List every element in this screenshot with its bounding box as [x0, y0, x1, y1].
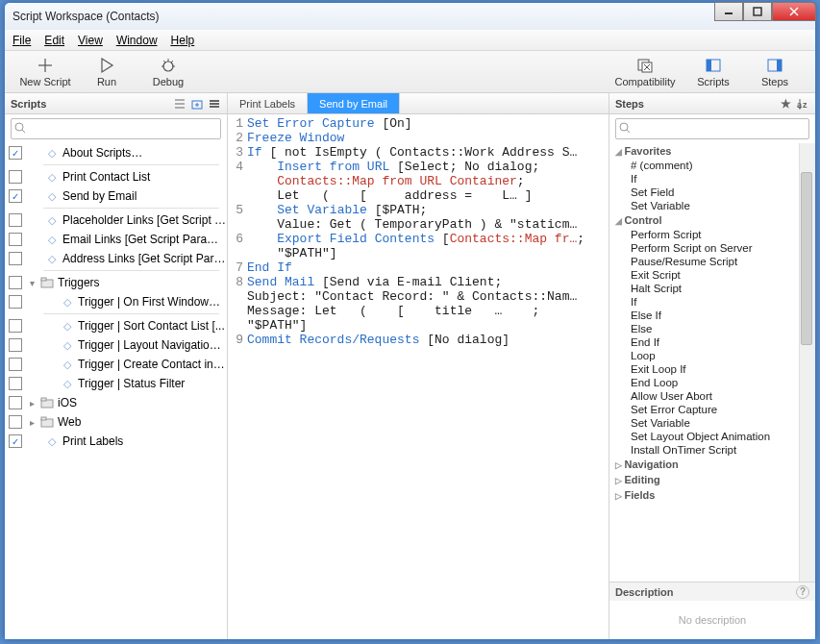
menu-file[interactable]: File	[12, 34, 31, 47]
step-item[interactable]: End Loop	[609, 376, 814, 389]
code-line[interactable]: Let ( [ address = L… ]	[247, 188, 609, 203]
checkbox[interactable]	[9, 319, 22, 333]
scrollbar-thumb[interactable]	[801, 172, 812, 345]
checkbox[interactable]	[9, 338, 22, 352]
script-item[interactable]: ◇Email Links [Get Script Paramet…	[5, 230, 227, 249]
favorite-icon[interactable]: ★	[779, 97, 792, 111]
run-button[interactable]: Run	[76, 57, 137, 87]
maximize-button[interactable]	[743, 2, 772, 21]
step-item[interactable]: # (comment)	[609, 159, 814, 172]
step-group-navigation[interactable]: Navigation	[609, 457, 814, 472]
step-item[interactable]: Perform Script	[609, 228, 814, 241]
minimize-button[interactable]	[714, 2, 743, 21]
script-item[interactable]: ◇Trigger | Status Filter	[5, 374, 227, 393]
menu-help[interactable]: Help	[171, 34, 195, 47]
checkbox[interactable]	[9, 213, 22, 227]
step-item[interactable]: End If	[609, 335, 814, 349]
code-line[interactable]: Value: Get ( TemporaryPath ) & "staticm…	[247, 217, 609, 232]
step-item[interactable]: Allow User Abort	[609, 389, 814, 403]
step-group-favorites[interactable]: Favorites	[609, 143, 814, 159]
code-line[interactable]: Insert from URL [Select; No dialog;	[247, 160, 609, 174]
step-item[interactable]: Set Error Capture	[609, 403, 814, 416]
code-line[interactable]: Export Field Contents [Contacts::Map fr……	[247, 232, 609, 246]
sort-icon[interactable]: az	[796, 97, 809, 111]
script-item[interactable]: ✓◇Print Labels	[5, 432, 227, 451]
new-script-button[interactable]: New Script	[14, 57, 76, 87]
compatibility-button[interactable]: Compatibility	[608, 57, 683, 87]
step-item[interactable]: Exit Loop If	[609, 362, 814, 376]
menu-icon[interactable]	[208, 97, 221, 111]
step-item[interactable]: Else	[609, 322, 814, 335]
disclosure-triangle-icon[interactable]	[30, 415, 37, 429]
step-item[interactable]: Set Field	[609, 186, 814, 199]
steps-search-input[interactable]	[615, 118, 809, 139]
step-item[interactable]: Perform Script on Server	[609, 241, 814, 255]
debug-button[interactable]: Debug	[137, 57, 199, 87]
folder-item[interactable]: Triggers	[5, 273, 227, 292]
list-view-icon[interactable]	[173, 97, 186, 111]
code-line[interactable]: Contacts::Map from URL Container;	[247, 174, 609, 188]
code-line[interactable]: Message: Let ( [ title … ;	[247, 304, 609, 318]
scripts-toggle[interactable]: Scripts	[683, 57, 744, 87]
menu-view[interactable]: View	[78, 34, 103, 47]
checkbox[interactable]: ✓	[9, 189, 22, 203]
checkbox[interactable]	[9, 233, 22, 246]
code-line[interactable]: If [ not IsEmpty ( Contacts::Work Addres…	[247, 145, 609, 160]
checkbox[interactable]	[9, 276, 22, 289]
code-line[interactable]: Subject: "Contact Record: " & Contacts::…	[247, 289, 609, 304]
close-button[interactable]	[772, 2, 816, 21]
code-line[interactable]: "$PATH"]	[247, 246, 609, 260]
disclosure-triangle-icon[interactable]	[30, 396, 37, 409]
checkbox[interactable]	[9, 415, 22, 429]
step-group-editing[interactable]: Editing	[609, 472, 814, 487]
script-item[interactable]: ◇Trigger | On First Window…	[5, 292, 227, 311]
script-item[interactable]: ◇Address Links [Get Script Para…	[5, 249, 227, 268]
checkbox[interactable]: ✓	[9, 434, 22, 448]
code-line[interactable]: Set Error Capture [On]	[247, 116, 609, 131]
folder-item[interactable]: iOS	[5, 393, 227, 412]
script-item[interactable]: ✓◇Send by Email	[5, 186, 227, 206]
code-line[interactable]: "$PATH"]	[247, 318, 609, 333]
disclosure-triangle-icon[interactable]	[30, 276, 37, 289]
checkbox[interactable]	[9, 377, 22, 390]
step-item[interactable]: Halt Script	[609, 282, 814, 295]
script-item[interactable]: ◇Trigger | Sort Contact List [...	[5, 316, 227, 335]
script-item[interactable]: ◇Placeholder Links [Get Script P…	[5, 211, 227, 230]
step-group-control[interactable]: Control	[609, 212, 814, 228]
step-item[interactable]: Set Variable	[609, 416, 814, 430]
step-item[interactable]: Set Variable	[609, 199, 814, 212]
checkbox[interactable]	[9, 358, 22, 371]
checkbox[interactable]: ✓	[9, 146, 22, 160]
script-item[interactable]: ◇Trigger | Create Contact in…	[5, 355, 227, 374]
tab-print-labels[interactable]: Print Labels	[228, 93, 308, 113]
script-editor[interactable]: 1Set Error Capture [On]2Freeze Window3If…	[228, 114, 609, 639]
step-item[interactable]: If	[609, 172, 814, 186]
steps-list[interactable]: Favorites# (comment)IfSet FieldSet Varia…	[609, 143, 815, 582]
code-line[interactable]: Commit Records/Requests [No dialog]	[247, 333, 609, 347]
scrollbar[interactable]	[799, 143, 814, 582]
folder-item[interactable]: Web	[5, 412, 227, 432]
checkbox[interactable]	[9, 170, 22, 184]
menu-window[interactable]: Window	[116, 34, 158, 47]
step-item[interactable]: Loop	[609, 349, 814, 362]
code-line[interactable]: Send Mail [Send via E-mail Client;	[247, 275, 609, 289]
new-folder-icon[interactable]	[190, 97, 204, 111]
code-line[interactable]: Freeze Window	[247, 131, 609, 145]
script-item[interactable]: ✓◇About Scripts…	[5, 143, 227, 162]
checkbox[interactable]	[9, 396, 22, 409]
step-item[interactable]: Else If	[609, 309, 814, 322]
step-item[interactable]: Pause/Resume Script	[609, 255, 814, 268]
checkbox[interactable]	[9, 295, 22, 309]
scripts-tree[interactable]: ✓◇About Scripts…◇Print Contact List✓◇Sen…	[5, 143, 227, 639]
step-item[interactable]: If	[609, 295, 814, 309]
code-line[interactable]: Set Variable [$PATH;	[247, 203, 609, 217]
step-item[interactable]: Exit Script	[609, 268, 814, 282]
scripts-search-input[interactable]	[11, 118, 221, 139]
step-group-fields[interactable]: Fields	[609, 487, 814, 503]
steps-toggle[interactable]: Steps	[744, 57, 806, 87]
step-item[interactable]: Install OnTimer Script	[609, 443, 814, 457]
step-item[interactable]: Set Layout Object Animation	[609, 430, 814, 443]
checkbox[interactable]	[9, 252, 22, 265]
help-icon[interactable]: ?	[796, 585, 809, 599]
menu-edit[interactable]: Edit	[44, 34, 64, 47]
